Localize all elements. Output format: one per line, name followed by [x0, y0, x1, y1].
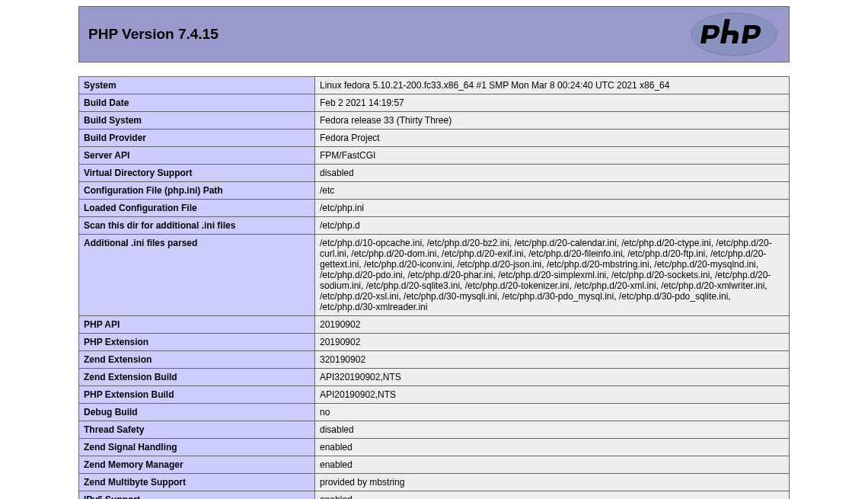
- table-row: Zend Extension320190902: [79, 351, 790, 369]
- row-value: Linux fedora 5.10.21-200.fc33.x86_64 #1 …: [315, 77, 790, 94]
- row-value: /etc: [315, 182, 790, 200]
- phpinfo-table: SystemLinux fedora 5.10.21-200.fc33.x86_…: [78, 76, 790, 499]
- row-label: Zend Extension Build: [79, 369, 315, 386]
- row-label: Scan this dir for additional .ini files: [79, 217, 315, 235]
- row-label: Loaded Configuration File: [79, 200, 315, 217]
- table-row: Virtual Directory Supportdisabled: [79, 165, 790, 182]
- row-value: Fedora Project: [315, 130, 790, 147]
- row-value: disabled: [315, 421, 790, 439]
- table-row: Zend Signal Handlingenabled: [79, 439, 790, 456]
- row-label: Zend Signal Handling: [79, 439, 315, 456]
- table-row: IPv6 Supportenabled: [79, 491, 790, 500]
- php-logo: [688, 10, 780, 59]
- row-value: API20190902,NTS: [315, 386, 790, 404]
- table-row: Debug Buildno: [79, 404, 790, 421]
- page-title: PHP Version 7.4.15: [88, 26, 219, 43]
- row-value: Feb 2 2021 14:19:57: [315, 94, 790, 112]
- table-row: PHP API20190902: [79, 316, 790, 334]
- row-label: Zend Extension: [79, 351, 315, 369]
- table-row: Zend Multibyte Supportprovided by mbstri…: [79, 474, 790, 491]
- table-row: Build ProviderFedora Project: [79, 130, 790, 147]
- row-label: Build Provider: [79, 130, 315, 147]
- table-row: Build DateFeb 2 2021 14:19:57: [79, 94, 790, 112]
- table-row: Scan this dir for additional .ini files/…: [79, 217, 790, 235]
- row-label: Additional .ini files parsed: [79, 235, 315, 316]
- row-value: enabled: [315, 439, 790, 456]
- row-value: FPM/FastCGI: [315, 147, 790, 165]
- row-label: PHP Extension: [79, 334, 315, 351]
- row-label: Build Date: [79, 94, 315, 112]
- row-label: System: [79, 77, 315, 94]
- table-row: Configuration File (php.ini) Path/etc: [79, 182, 790, 200]
- row-label: Thread Safety: [79, 421, 315, 439]
- row-value: provided by mbstring: [315, 474, 790, 491]
- row-value: no: [315, 404, 790, 421]
- row-value: /etc/php.d/10-opcache.ini, /etc/php.d/20…: [315, 235, 790, 316]
- row-label: Server API: [79, 147, 315, 165]
- row-label: Build System: [79, 112, 315, 130]
- row-value: /etc/php.ini: [315, 200, 790, 217]
- table-row: Additional .ini files parsed/etc/php.d/1…: [79, 235, 790, 316]
- table-row: SystemLinux fedora 5.10.21-200.fc33.x86_…: [79, 77, 790, 94]
- table-row: Zend Memory Managerenabled: [79, 456, 790, 474]
- table-row: Thread Safetydisabled: [79, 421, 790, 439]
- row-label: Configuration File (php.ini) Path: [79, 182, 315, 200]
- row-label: Zend Memory Manager: [79, 456, 315, 474]
- table-row: Server APIFPM/FastCGI: [79, 147, 790, 165]
- row-label: PHP API: [79, 316, 315, 334]
- row-value: 20190902: [315, 316, 790, 334]
- row-value: /etc/php.d: [315, 217, 790, 235]
- table-row: Loaded Configuration File/etc/php.ini: [79, 200, 790, 217]
- row-label: IPv6 Support: [79, 491, 315, 500]
- row-label: Virtual Directory Support: [79, 165, 315, 182]
- table-row: Zend Extension BuildAPI320190902,NTS: [79, 369, 790, 386]
- row-value: Fedora release 33 (Thirty Three): [315, 112, 790, 130]
- row-label: Zend Multibyte Support: [79, 474, 315, 491]
- table-row: Build SystemFedora release 33 (Thirty Th…: [79, 112, 790, 130]
- phpinfo-container: PHP Version 7.4.15 SystemLinux fedora 5.…: [78, 6, 790, 499]
- row-value: disabled: [315, 165, 790, 182]
- header: PHP Version 7.4.15: [78, 6, 790, 62]
- row-label: Debug Build: [79, 404, 315, 421]
- row-value: enabled: [315, 491, 790, 500]
- table-row: PHP Extension BuildAPI20190902,NTS: [79, 386, 790, 404]
- table-row: PHP Extension20190902: [79, 334, 790, 351]
- row-value: API320190902,NTS: [315, 369, 790, 386]
- row-value: 20190902: [315, 334, 790, 351]
- row-value: 320190902: [315, 351, 790, 369]
- row-label: PHP Extension Build: [79, 386, 315, 404]
- row-value: enabled: [315, 456, 790, 474]
